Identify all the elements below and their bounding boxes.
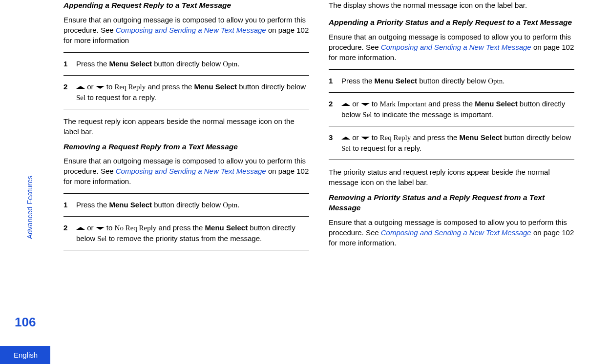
cross-ref-link[interactable]: Composing and Sending a New Text Message	[116, 26, 266, 34]
step-number: 1	[329, 76, 341, 86]
ui-element: Menu Select	[375, 77, 418, 85]
step-text: to remove the priority status from the m…	[107, 234, 262, 243]
ui-element: Menu Select	[194, 82, 237, 91]
step-text: button directly below	[152, 201, 223, 209]
up-arrow-icon	[341, 102, 350, 107]
step-text: to	[105, 223, 115, 232]
cross-ref-link[interactable]: Composing and Sending a New Text Message	[116, 167, 266, 175]
step-number: 3	[329, 132, 341, 154]
step-text: to request for a reply.	[85, 93, 156, 101]
down-arrow-icon	[96, 226, 105, 231]
step-text: and press the	[146, 82, 194, 91]
step-body: or to Req Reply and press the Menu Selec…	[76, 81, 309, 103]
step-text: and press the	[426, 100, 475, 108]
step-text: to	[105, 82, 115, 91]
ui-element: Menu Select	[460, 133, 503, 142]
result-paragraph: The priority status and request reply ic…	[329, 167, 574, 187]
step-text: or	[350, 100, 361, 108]
step-list: 1 Press the Menu Select button directly …	[63, 52, 309, 109]
cross-ref-link[interactable]: Composing and Sending a New Text Message	[381, 43, 531, 51]
section-title: Removing a Request Reply from a Text Mes…	[63, 142, 309, 152]
page-number: 106	[15, 313, 36, 331]
softkey-label: Optn	[223, 201, 237, 209]
language-tab: English	[0, 346, 50, 364]
step-body: or to No Req Reply and press the Menu Se…	[76, 222, 309, 244]
step-text: .	[237, 201, 239, 209]
step-text: Press the	[341, 77, 375, 85]
page: Advanced Features 106 English Appending …	[0, 0, 589, 364]
section-title: Appending a Request Reply to a Text Mess…	[63, 0, 309, 11]
step-text: to	[370, 100, 380, 108]
section-title: Removing a Priority Status and a Reply R…	[329, 192, 574, 213]
down-arrow-icon	[361, 102, 370, 107]
ui-element: Menu Select	[109, 201, 152, 209]
step-text: Press the	[76, 201, 109, 209]
step-text: and press the	[156, 223, 205, 232]
up-arrow-icon	[76, 226, 85, 231]
chapter-label: Advanced Features	[24, 176, 35, 239]
svg-marker-1	[96, 86, 105, 89]
softkey-label: Optn	[488, 77, 503, 85]
step-text: button directly below	[417, 77, 488, 85]
menu-option: Req Reply	[115, 83, 146, 91]
menu-option: Mark Important	[380, 100, 426, 108]
step-number: 1	[63, 200, 76, 210]
svg-marker-6	[341, 137, 350, 140]
content-columns: Appending a Request Reply to a Text Mess…	[63, 0, 589, 364]
step-list: 1 Press the Menu Select button directly …	[329, 69, 574, 160]
step-body: Press the Menu Select button directly be…	[76, 200, 309, 210]
intro-paragraph: Ensure that an outgoing message is compo…	[329, 32, 574, 62]
sidebar: Advanced Features 106 English	[0, 0, 63, 364]
step: 2 or to No Req Reply and press the Menu …	[63, 217, 309, 250]
svg-marker-3	[96, 227, 105, 230]
step-text: button directly below	[152, 60, 223, 68]
intro-paragraph: Ensure that an outgoing message is compo…	[63, 15, 309, 45]
step: 1 Press the Menu Select button directly …	[329, 69, 574, 93]
step-text: Press the	[76, 60, 109, 68]
step-text: and press the	[411, 133, 459, 142]
step-number: 1	[63, 59, 76, 69]
step-text: to request for a reply.	[351, 144, 421, 152]
menu-option: No Req Reply	[115, 224, 157, 232]
step: 1 Press the Menu Select button directly …	[63, 193, 309, 217]
step-number: 2	[63, 222, 76, 244]
svg-marker-4	[341, 103, 350, 106]
step-body: or to Req Reply and press the Menu Selec…	[341, 132, 574, 154]
step-number: 2	[329, 99, 341, 120]
step-text: .	[237, 60, 239, 68]
down-arrow-icon	[361, 136, 370, 141]
step: 3 or to Req Reply and press the Menu Sel…	[329, 126, 574, 160]
step-number: 2	[63, 81, 76, 103]
result-paragraph: The display shows the normal message ico…	[329, 0, 574, 10]
section-title: Appending a Priority Status and a Reply …	[329, 17, 574, 28]
softkey-label: Sel	[76, 94, 85, 101]
step-text: button directly below	[502, 133, 571, 142]
step: 2 or to Mark Important and press the Men…	[329, 93, 574, 126]
down-arrow-icon	[96, 85, 105, 90]
svg-marker-7	[361, 137, 370, 140]
svg-marker-0	[76, 86, 85, 89]
up-arrow-icon	[341, 136, 350, 141]
step: 2 or to Req Reply and press the Menu Sel…	[63, 76, 309, 109]
step-text: or	[85, 82, 96, 91]
softkey-label: Sel	[362, 111, 372, 119]
right-column: The display shows the normal message ico…	[329, 0, 574, 364]
step-text: or	[350, 133, 361, 142]
result-paragraph: The request reply icon appears beside th…	[63, 116, 309, 137]
up-arrow-icon	[76, 85, 85, 90]
step-body: Press the Menu Select button directly be…	[341, 76, 574, 86]
step-text: .	[503, 77, 505, 85]
cross-ref-link[interactable]: Composing and Sending a New Text Message	[381, 228, 531, 237]
menu-option: Req Reply	[380, 134, 411, 142]
step-text: button directly below	[237, 82, 306, 91]
intro-paragraph: Ensure that a outgoing message is compos…	[329, 217, 574, 248]
ui-element: Menu Select	[475, 100, 518, 108]
step-body: Press the Menu Select button directly be…	[76, 59, 309, 69]
softkey-label: Sel	[341, 144, 351, 152]
step-text: to indicate the message is important.	[372, 110, 493, 119]
intro-paragraph: Ensure that an outgoing message is compo…	[63, 156, 309, 186]
step-list: 1 Press the Menu Select button directly …	[63, 193, 309, 250]
step-text: to	[370, 133, 380, 142]
left-column: Appending a Request Reply to a Text Mess…	[63, 0, 309, 364]
ui-element: Menu Select	[109, 60, 152, 68]
